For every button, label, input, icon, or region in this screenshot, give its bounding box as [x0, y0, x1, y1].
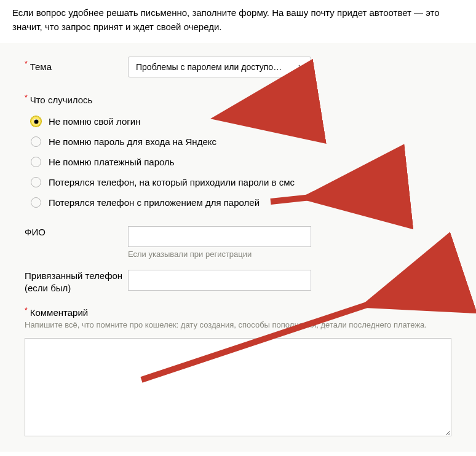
radio-option-lost-phone-app[interactable]: Потерялся телефон с приложением для паро… — [31, 197, 476, 208]
theme-select-button[interactable]: Проблемы с паролем или доступо… — [128, 57, 311, 77]
fio-label: ФИО — [25, 226, 128, 238]
radio-option-lost-phone-sms[interactable]: Потерялся телефон, на который приходили … — [31, 177, 476, 187]
theme-label: *Тема — [25, 61, 128, 73]
radio-input[interactable] — [31, 116, 41, 127]
phone-input[interactable] — [128, 270, 311, 291]
radio-label: Не помню свой логин — [49, 116, 140, 127]
radio-label: Не помню платежный пароль — [49, 157, 175, 167]
comment-hint: Напишите всё, что помните про кошелек: д… — [25, 320, 451, 329]
fio-input[interactable] — [128, 226, 311, 247]
comment-label: *Комментарий — [25, 307, 451, 318]
theme-select[interactable]: Проблемы с паролем или доступо… — [128, 57, 311, 77]
radio-label: Не помню пароль для входа на Яндекс — [49, 136, 216, 147]
theme-row: *Тема Проблемы с паролем или доступо… — [0, 57, 476, 77]
what-happened-label: *Что случилось — [0, 95, 476, 105]
phone-label: Привязанный телефон (если был) — [25, 270, 128, 294]
fio-row: ФИО Если указывали при регистрации — [0, 226, 476, 259]
phone-row: Привязанный телефон (если был) — [0, 270, 476, 294]
radio-input[interactable] — [31, 177, 41, 187]
radio-input[interactable] — [31, 157, 41, 167]
form: *Тема Проблемы с паролем или доступо… *Ч… — [0, 42, 476, 452]
what-happened-options: Не помню свой логин Не помню пароль для … — [0, 116, 476, 208]
required-mark: * — [25, 60, 28, 68]
radio-label: Потерялся телефон, на который приходили … — [49, 177, 295, 187]
comment-textarea[interactable] — [25, 338, 451, 436]
comment-block: *Комментарий Напишите всё, что помните п… — [0, 307, 476, 438]
radio-input[interactable] — [31, 197, 41, 208]
intro-text: Если вопрос удобнее решать письменно, за… — [0, 0, 476, 42]
radio-option-yandex-password[interactable]: Не помню пароль для входа на Яндекс — [31, 136, 476, 147]
fio-hint: Если указывали при регистрации — [128, 250, 311, 259]
required-mark: * — [25, 306, 28, 315]
radio-input[interactable] — [31, 136, 41, 147]
required-mark: * — [25, 93, 28, 102]
radio-label: Потерялся телефон с приложением для паро… — [49, 197, 260, 208]
radio-option-login[interactable]: Не помню свой логин — [31, 116, 476, 127]
radio-option-payment-password[interactable]: Не помню платежный пароль — [31, 157, 476, 167]
